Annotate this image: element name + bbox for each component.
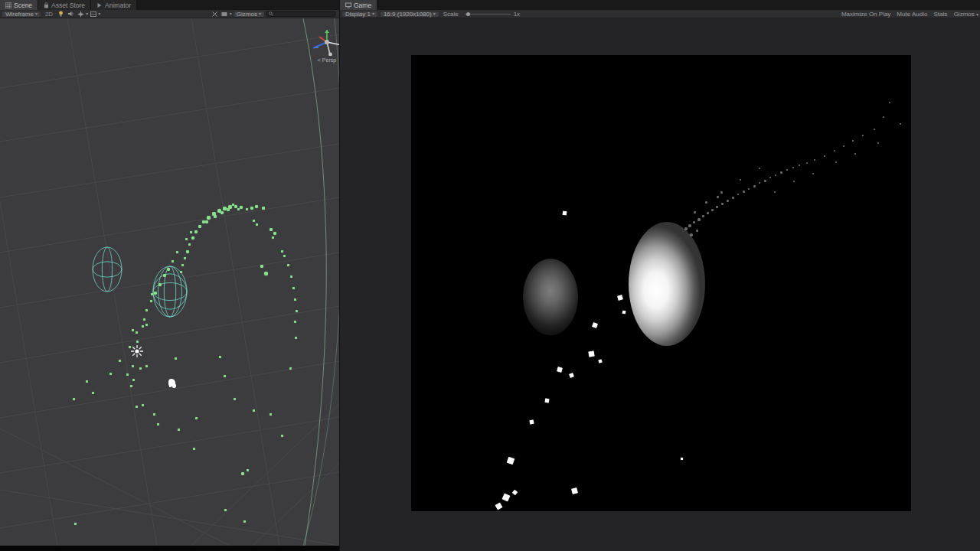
trail-particle bbox=[740, 179, 741, 181]
green-particle bbox=[190, 231, 192, 233]
green-particle bbox=[294, 298, 296, 301]
green-particle bbox=[145, 309, 148, 311]
trail-particle bbox=[889, 102, 890, 103]
green-particle bbox=[272, 236, 274, 239]
green-particle bbox=[130, 385, 132, 387]
persp-label[interactable]: < Persp bbox=[309, 57, 339, 63]
scene-gizmos-label: Gizmos bbox=[237, 11, 257, 18]
tab-scene[interactable]: Scene bbox=[0, 0, 38, 10]
trail-particle bbox=[721, 203, 724, 205]
green-particle bbox=[142, 325, 144, 328]
green-particle bbox=[185, 238, 188, 240]
game-gizmos-dropdown[interactable]: Gizmos ▾ bbox=[951, 11, 980, 18]
green-particle bbox=[145, 365, 148, 367]
dim-sphere bbox=[523, 259, 578, 335]
scene-viewport[interactable]: < Persp bbox=[0, 18, 339, 546]
toggle-2d[interactable]: 2D bbox=[42, 11, 56, 18]
green-particle bbox=[145, 324, 148, 326]
tab-asset-store[interactable]: Asset Store bbox=[38, 0, 91, 10]
audio-toggle-icon[interactable] bbox=[67, 11, 75, 18]
green-particle bbox=[143, 318, 145, 321]
cube-particle bbox=[681, 458, 683, 460]
green-particle bbox=[154, 292, 157, 295]
lighting-toggle-icon[interactable] bbox=[57, 11, 65, 18]
trail-particle bbox=[900, 123, 901, 125]
green-particle bbox=[224, 509, 227, 511]
scene-tools-icon[interactable] bbox=[211, 11, 219, 18]
scene-world: < Persp bbox=[0, 18, 339, 546]
mute-audio-button[interactable]: Mute Audio bbox=[893, 11, 930, 18]
green-particle bbox=[290, 276, 292, 278]
trail-particle bbox=[753, 185, 756, 187]
cube-particle bbox=[507, 457, 514, 465]
effects-chevron-icon[interactable]: ▾ bbox=[86, 11, 88, 16]
scene-tab-icon bbox=[5, 2, 11, 8]
trail-particle bbox=[727, 200, 729, 202]
tab-animator[interactable]: Animator bbox=[91, 0, 137, 10]
scale-slider[interactable] bbox=[465, 14, 511, 15]
trail-particle bbox=[834, 150, 835, 152]
green-particle bbox=[250, 207, 253, 210]
render-mode-chevron-icon[interactable]: ▾ bbox=[98, 11, 100, 16]
green-particle bbox=[198, 225, 201, 228]
camera-preview-chevron-icon[interactable]: ▾ bbox=[230, 11, 232, 16]
trail-particle bbox=[690, 233, 693, 236]
green-particle bbox=[256, 223, 258, 226]
cube-particle bbox=[557, 367, 562, 372]
bright-sphere bbox=[629, 222, 705, 346]
green-particle bbox=[264, 272, 268, 276]
scene-gizmos-dropdown[interactable]: Gizmos ▾ bbox=[233, 11, 265, 18]
stats-button[interactable]: Stats bbox=[930, 11, 950, 18]
cube-particle bbox=[495, 503, 503, 510]
green-particle bbox=[240, 206, 243, 209]
green-particle bbox=[191, 236, 194, 240]
trail-particle bbox=[720, 191, 723, 194]
aspect-ratio-dropdown[interactable]: 16:9 (1920x1080) ▾ bbox=[380, 11, 439, 18]
green-particle bbox=[136, 331, 138, 334]
green-particle bbox=[247, 469, 249, 471]
display-dropdown[interactable]: Display 1 ▾ bbox=[341, 11, 378, 18]
green-particle bbox=[136, 341, 139, 343]
trail-particle bbox=[883, 116, 884, 118]
green-particle bbox=[92, 392, 94, 394]
game-viewport[interactable] bbox=[411, 55, 911, 511]
green-particle bbox=[270, 413, 272, 416]
green-particle bbox=[220, 211, 224, 214]
green-particle bbox=[270, 228, 273, 231]
trail-particle bbox=[717, 196, 719, 198]
light-gizmo-icon[interactable] bbox=[130, 344, 144, 358]
draw-mode-dropdown[interactable]: Wireframe ▾ bbox=[2, 11, 41, 18]
green-particle bbox=[234, 398, 236, 400]
cube-particle bbox=[622, 311, 626, 315]
scene-bottom-strip bbox=[0, 546, 339, 551]
green-particle bbox=[184, 257, 186, 259]
scene-search-input[interactable] bbox=[275, 11, 333, 17]
scene-orientation-gizmo[interactable]: < Persp bbox=[309, 25, 339, 65]
green-particle bbox=[158, 283, 162, 286]
chevron-down-icon: ▾ bbox=[259, 11, 261, 16]
scale-slider-thumb[interactable] bbox=[466, 12, 470, 16]
trail-particle bbox=[684, 227, 688, 230]
effects-dropdown-icon[interactable] bbox=[77, 11, 85, 18]
render-mode-icon[interactable] bbox=[89, 11, 97, 18]
game-panel: Game Display 1 ▾ 16:9 (1920x1080) ▾ Scal… bbox=[339, 0, 980, 551]
green-particle bbox=[180, 271, 182, 273]
trail-particle bbox=[696, 230, 698, 232]
green-particle bbox=[136, 406, 138, 408]
green-particle bbox=[296, 310, 298, 312]
cube-particle bbox=[563, 211, 567, 216]
trail-particle bbox=[814, 159, 815, 161]
maximize-on-play-button[interactable]: Maximize On Play bbox=[838, 11, 893, 18]
green-particle bbox=[150, 300, 152, 302]
trail-particle bbox=[716, 206, 718, 208]
trail-particle bbox=[737, 194, 739, 195]
green-particle bbox=[241, 472, 244, 475]
camera-preview-icon[interactable] bbox=[220, 11, 229, 18]
scene-search-field[interactable] bbox=[266, 11, 336, 17]
tab-game[interactable]: Game bbox=[340, 0, 377, 10]
cube-particle bbox=[512, 490, 518, 495]
cube-particle bbox=[545, 399, 550, 403]
trail-particle bbox=[877, 142, 879, 144]
trail-particle bbox=[694, 211, 696, 214]
green-particle bbox=[153, 413, 155, 416]
